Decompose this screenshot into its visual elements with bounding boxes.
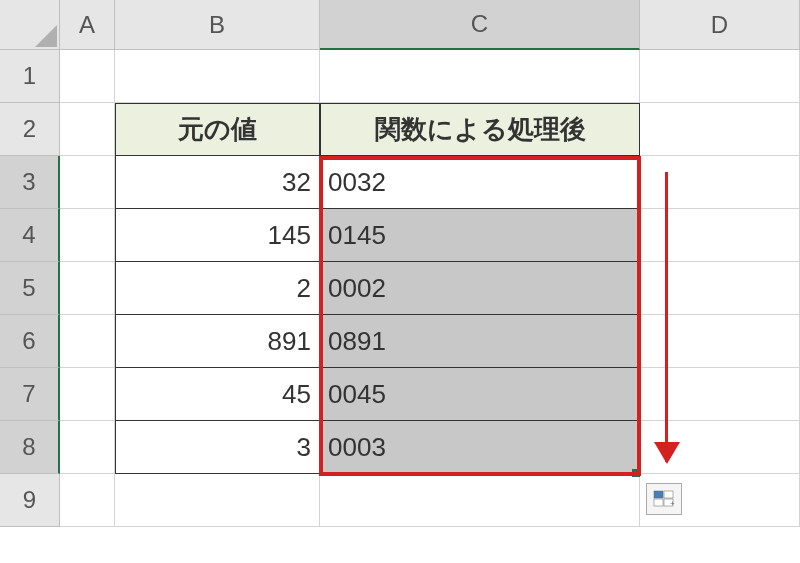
cell-c3[interactable]: 0032 [320,156,640,209]
col-header-b[interactable]: B [115,0,320,50]
row-header-6[interactable]: 6 [0,315,60,368]
cell-d3[interactable] [640,156,800,209]
cell-a8[interactable] [60,421,115,474]
col-header-c[interactable]: C [320,0,640,50]
cell-b5[interactable]: 2 [115,262,320,315]
row-header-1[interactable]: 1 [0,50,60,103]
cell-b8[interactable]: 3 [115,421,320,474]
row-header-7[interactable]: 7 [0,368,60,421]
cell-a9[interactable] [60,474,115,527]
cell-c2[interactable]: 関数による処理後 [320,103,640,156]
cell-b7[interactable]: 45 [115,368,320,421]
row-header-5[interactable]: 5 [0,262,60,315]
row-header-4[interactable]: 4 [0,209,60,262]
cell-c5[interactable]: 0002 [320,262,640,315]
cell-d4[interactable] [640,209,800,262]
svg-rect-0 [654,491,663,498]
cell-a5[interactable] [60,262,115,315]
cell-b9[interactable] [115,474,320,527]
select-all-corner[interactable] [0,0,60,50]
cell-d7[interactable] [640,368,800,421]
svg-rect-1 [664,491,673,498]
cell-c1[interactable] [320,50,640,103]
row-header-8[interactable]: 8 [0,421,60,474]
cell-a1[interactable] [60,50,115,103]
cell-c4[interactable]: 0145 [320,209,640,262]
autofill-options-button[interactable]: + [646,483,682,515]
cell-a3[interactable] [60,156,115,209]
row-header-9[interactable]: 9 [0,474,60,527]
col-header-a[interactable]: A [60,0,115,50]
svg-text:+: + [670,499,675,508]
annotation-arrow-down [665,172,668,462]
cell-c6[interactable]: 0891 [320,315,640,368]
cell-a2[interactable] [60,103,115,156]
cell-b6[interactable]: 891 [115,315,320,368]
cell-c8[interactable]: 0003 [320,421,640,474]
fill-handle[interactable] [632,469,640,477]
cell-b1[interactable] [115,50,320,103]
col-header-d[interactable]: D [640,0,800,50]
cell-d5[interactable] [640,262,800,315]
cell-d6[interactable] [640,315,800,368]
row-header-3[interactable]: 3 [0,156,60,209]
cell-a7[interactable] [60,368,115,421]
autofill-icon: + [653,490,675,508]
cell-d1[interactable] [640,50,800,103]
row-header-2[interactable]: 2 [0,103,60,156]
cell-c9[interactable] [320,474,640,527]
svg-rect-2 [654,499,663,506]
cell-a4[interactable] [60,209,115,262]
cell-d2[interactable] [640,103,800,156]
cell-c7[interactable]: 0045 [320,368,640,421]
cell-b4[interactable]: 145 [115,209,320,262]
cell-a6[interactable] [60,315,115,368]
cell-b3[interactable]: 32 [115,156,320,209]
cell-b2[interactable]: 元の値 [115,103,320,156]
spreadsheet-grid[interactable]: A B C D 1 2 元の値 関数による処理後 3 32 0032 4 145… [0,0,800,527]
